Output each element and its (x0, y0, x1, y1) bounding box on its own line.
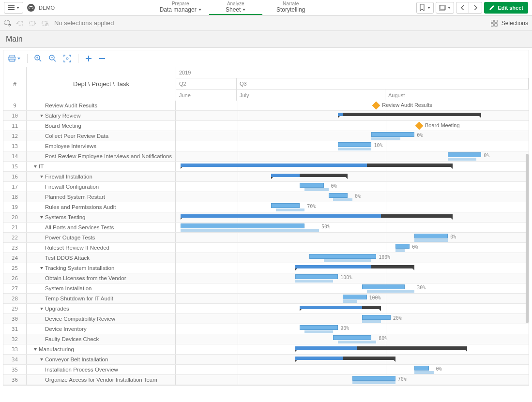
row-chart-area[interactable]: 100% (176, 273, 529, 283)
expand-caret-icon[interactable] (40, 176, 43, 178)
task-bar[interactable] (414, 366, 429, 371)
milestone-marker[interactable] (415, 122, 424, 130)
task-bar[interactable] (338, 142, 371, 147)
row-task-cell[interactable]: Firewall Installation (27, 172, 176, 181)
task-bar[interactable] (395, 244, 410, 249)
task-bar[interactable] (333, 335, 371, 340)
row-chart-area[interactable]: 30% (176, 283, 529, 293)
zoom-out-button[interactable] (49, 55, 57, 62)
row-chart-area[interactable]: 90% (176, 324, 529, 334)
row-task-cell[interactable]: Review Audit Results (27, 101, 176, 110)
row-task-cell[interactable]: Salary Review (27, 111, 176, 120)
task-bar[interactable] (300, 325, 338, 330)
task-bar[interactable] (371, 132, 414, 137)
summary-bar[interactable] (300, 306, 381, 309)
column-header-num[interactable]: # (3, 67, 27, 101)
row-chart-area[interactable]: 0% (176, 365, 529, 374)
smart-search-button[interactable] (4, 20, 11, 27)
row-chart-area[interactable]: 0% (176, 192, 529, 202)
expand-caret-icon[interactable] (34, 165, 37, 168)
selections-panel-button[interactable]: Selections (491, 20, 528, 27)
row-chart-area[interactable] (176, 162, 529, 171)
collapse-all-button[interactable] (99, 55, 106, 62)
row-chart-area[interactable]: Review Audit Results (176, 101, 529, 110)
row-task-cell[interactable]: Obtain Licenses from the Vendor (27, 273, 176, 283)
nav-analyze[interactable]: Analyze Sheet (209, 0, 262, 15)
next-sheet-button[interactable] (469, 2, 482, 13)
summary-bar[interactable] (295, 357, 395, 360)
expand-caret-icon[interactable] (34, 348, 37, 351)
row-task-cell[interactable]: Organize Access for Vendor Installation … (27, 375, 176, 385)
row-task-cell[interactable]: Manufacturing (27, 344, 176, 354)
zoom-fit-button[interactable] (63, 55, 71, 62)
row-task-cell[interactable]: Conveyor Belt Installation (27, 355, 176, 364)
row-chart-area[interactable]: 100% (176, 294, 529, 303)
summary-bar[interactable] (181, 164, 453, 167)
task-bar[interactable] (362, 315, 391, 320)
row-chart-area[interactable]: Board Meeting (176, 121, 529, 131)
row-chart-area[interactable] (176, 111, 529, 120)
row-task-cell[interactable]: Post-Review Employee Interviews and Noti… (27, 151, 176, 161)
row-task-cell[interactable]: Firewall Configuration (27, 182, 176, 192)
scrollbar-thumb[interactable] (526, 154, 529, 323)
row-chart-area[interactable]: 10% (176, 141, 529, 151)
row-task-cell[interactable]: Installation Process Overview (27, 365, 176, 374)
row-task-cell[interactable]: Upgrades (27, 304, 176, 313)
task-bar[interactable] (271, 203, 300, 208)
row-chart-area[interactable]: 0% (176, 151, 529, 161)
task-bar[interactable] (329, 193, 348, 198)
zoom-in-button[interactable] (34, 55, 42, 62)
row-chart-area[interactable]: 70% (176, 202, 529, 212)
row-chart-area[interactable]: 0% (176, 131, 529, 141)
step-forward-button[interactable] (29, 20, 36, 27)
task-bar[interactable] (343, 295, 366, 299)
task-bar[interactable] (448, 152, 481, 157)
step-back-button[interactable] (16, 20, 23, 27)
row-chart-area[interactable]: 0% (176, 233, 529, 242)
row-task-cell[interactable]: IT (27, 162, 176, 171)
nav-prepare[interactable]: Prepare Data manager (154, 0, 207, 15)
row-task-cell[interactable]: System Installation (27, 283, 176, 293)
row-chart-area[interactable]: 80% (176, 334, 529, 344)
row-chart-area[interactable] (176, 355, 529, 364)
row-chart-area[interactable]: 20% (176, 314, 529, 324)
row-task-cell[interactable]: Faulty Devices Check (27, 334, 176, 344)
row-task-cell[interactable]: Collect Peer Review Data (27, 131, 176, 141)
row-task-cell[interactable]: Employee Interviews (27, 141, 176, 151)
row-task-cell[interactable]: Device Compatibility Review (27, 314, 176, 324)
row-chart-area[interactable] (176, 263, 529, 273)
row-task-cell[interactable]: Tracking System Installation (27, 263, 176, 273)
row-task-cell[interactable]: Temp Shutdown for IT Audit (27, 294, 176, 303)
summary-bar[interactable] (295, 265, 415, 268)
bookmark-button[interactable] (416, 2, 434, 14)
task-bar[interactable] (414, 234, 448, 238)
sheets-button[interactable] (436, 2, 454, 14)
row-chart-area[interactable]: 70% (176, 375, 529, 385)
column-header-task[interactable]: Dept \ Project \ Task (27, 67, 176, 101)
row-task-cell[interactable]: Test DDOS Attack (27, 253, 176, 263)
task-bar[interactable] (362, 284, 405, 289)
task-bar[interactable] (309, 254, 376, 259)
row-task-cell[interactable]: Systems Testing (27, 212, 176, 222)
row-chart-area[interactable]: 100% (176, 253, 529, 263)
gantt-body[interactable]: 9 Review Audit Results Review Audit Resu… (3, 101, 529, 385)
summary-bar[interactable] (271, 174, 348, 177)
expand-caret-icon[interactable] (40, 358, 43, 361)
row-task-cell[interactable]: Power Outage Tests (27, 233, 176, 242)
task-bar[interactable] (295, 274, 338, 279)
summary-bar[interactable] (295, 346, 467, 350)
task-bar[interactable] (352, 376, 395, 381)
row-chart-area[interactable]: 50% (176, 223, 529, 232)
summary-bar[interactable] (338, 113, 481, 116)
row-task-cell[interactable]: Device Inventory (27, 324, 176, 334)
row-chart-area[interactable]: 0% (176, 182, 529, 192)
expand-all-button[interactable] (85, 55, 92, 62)
edit-sheet-button[interactable]: Edit sheet (484, 2, 528, 14)
row-chart-area[interactable] (176, 344, 529, 354)
row-task-cell[interactable]: Rules and Permissions Audit (27, 202, 176, 212)
clear-selections-button[interactable] (42, 20, 48, 27)
row-chart-area[interactable]: 0% (176, 243, 529, 253)
nav-narrate[interactable]: Narrate Storytelling (264, 0, 318, 15)
menu-button[interactable] (4, 2, 23, 14)
row-task-cell[interactable]: Ruleset Review If Needed (27, 243, 176, 253)
